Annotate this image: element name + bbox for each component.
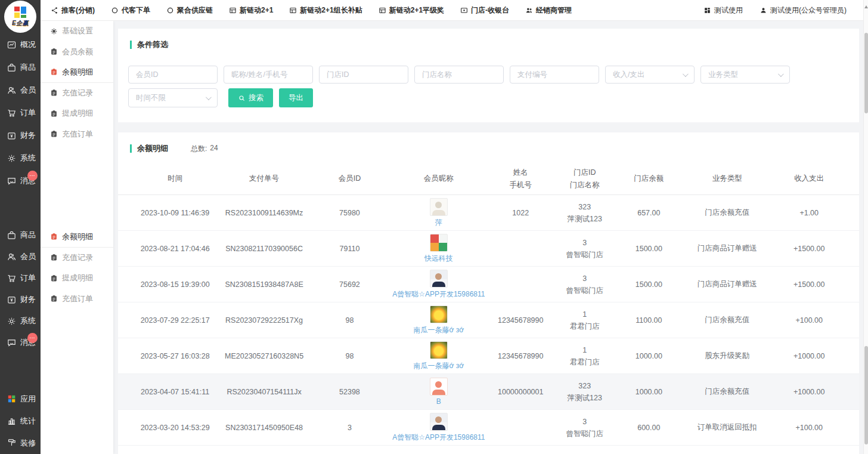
submenu-item[interactable]: 充值记录 (41, 248, 113, 268)
submenu-item[interactable]: 余额明细 (41, 62, 113, 83)
member-nickname-link[interactable]: 快远科技 (424, 254, 453, 264)
top-nav-item[interactable]: 代客下单 (111, 5, 150, 16)
filter-input[interactable] (510, 66, 599, 84)
sidebar-item[interactable]: 消息 ... (0, 332, 41, 353)
cell-name-phone: 12345678990 (488, 352, 553, 360)
sidebar-item[interactable]: 会员 (0, 79, 41, 101)
filter-input[interactable] (224, 66, 313, 84)
select-value: 业务类型 (708, 70, 738, 80)
member-nickname-link[interactable]: 南瓜一条藤ớ зớ (414, 361, 464, 371)
member-nickname-link[interactable]: A曾智聪☆APP开发15986811 (392, 289, 485, 299)
sidebar-item[interactable]: 商品 (0, 56, 41, 79)
submenu-item[interactable]: 提成明细 (41, 268, 113, 289)
top-nav-item[interactable]: 聚合供应链 (166, 5, 213, 16)
search-icon (238, 94, 246, 102)
sidebar-item[interactable]: 商品 (0, 224, 41, 246)
sidebar-label: 系统 (20, 316, 36, 326)
member-nickname-link[interactable]: A曾智聪☆APP开发15986811 (392, 433, 485, 443)
scrollbar-thumb[interactable] (864, 33, 868, 113)
submenu-item[interactable]: 充值订单 (41, 124, 113, 145)
filter-select[interactable]: 收入/支出 (605, 66, 695, 84)
filter-title: 条件筛选 (137, 39, 168, 50)
cell-member-id: 75692 (311, 280, 389, 289)
doc-icon (50, 233, 58, 240)
search-button[interactable]: 搜索 (228, 88, 273, 107)
sidebar-item[interactable]: 概况 (0, 33, 41, 56)
logo[interactable]: E企赢 (4, 1, 36, 33)
filter-input[interactable] (319, 66, 408, 84)
cell-amount: +1500.00 (773, 280, 845, 289)
submenu-item[interactable]: 充值记录 (41, 83, 113, 104)
cell-member-id: 3 (311, 424, 389, 432)
sidebar-item[interactable]: 系统 (0, 310, 41, 332)
top-nav-item[interactable]: 测试使用 (703, 5, 743, 16)
cell-store-balance: 1500.00 (617, 280, 681, 289)
scroll-up-arrow-icon[interactable] (864, 5, 868, 8)
balance-detail-card: 余额明细 总数: 24 时间支付单号会员ID会员昵称姓名 手机号门店ID 门店名… (118, 132, 859, 454)
submenu-item[interactable]: 会员余额 (41, 42, 113, 63)
submenu-item[interactable]: 基础设置 (41, 21, 113, 42)
table-row: 3 (118, 446, 859, 454)
filter-select[interactable]: 业务类型 (700, 66, 790, 84)
cell-biz-type: 门店余额充值 (681, 315, 773, 325)
sidebar-item[interactable]: 应用 (0, 388, 41, 410)
store-name: 君君门店 (553, 320, 617, 332)
sidebar-item[interactable]: 订单 (0, 267, 41, 289)
member-avatar (430, 305, 448, 323)
top-nav-item[interactable]: 新链动2+1平级奖 (379, 5, 444, 16)
table-row: 2023-05-27 16:03:28 ME20230527160328N5 9… (118, 338, 859, 374)
table-row: 2023-03-20 14:53:29 SN2303171450950E48 3… (118, 410, 859, 446)
cell-member-id: 98 (311, 352, 389, 360)
submenu-label: 基础设置 (62, 26, 93, 36)
top-nav-item[interactable]: 门店-收银台 (460, 5, 509, 16)
submenu-label: 充值订单 (62, 294, 93, 304)
store-id: 1 (553, 344, 617, 356)
filter-input[interactable] (128, 66, 218, 84)
cell-amount: +1500.00 (773, 245, 845, 253)
cell-name-phone: 10000000001 (488, 388, 553, 396)
nav-label: 经销商管理 (536, 5, 572, 16)
top-nav-item[interactable]: 新链动2+1 (229, 5, 273, 16)
sidebar-label: 会员 (20, 85, 36, 95)
scrollbar-thumb[interactable] (864, 346, 868, 444)
share-icon (51, 7, 58, 14)
cell-amount: +100.00 (773, 316, 845, 325)
export-button[interactable]: 导出 (279, 88, 313, 107)
sidebar-item[interactable]: 装修 (0, 432, 41, 454)
sidebar-item[interactable]: 系统 (0, 147, 41, 169)
cell-store: 3 曾智聪门店 (553, 237, 617, 261)
sidebar-item[interactable]: 会员 (0, 246, 41, 267)
cell-time: 2023-08-15 19:39:00 (132, 280, 218, 289)
column-header: 门店余额 (617, 172, 681, 185)
doc-icon (50, 295, 58, 302)
submenu-item[interactable]: 提成明细 (41, 103, 113, 124)
store-id: 3 (553, 273, 617, 285)
goods-icon (7, 63, 17, 73)
top-nav-item[interactable]: 推客(分销) (51, 5, 95, 16)
sidebar-item[interactable]: 财务 (0, 124, 41, 147)
sidebar-item[interactable]: 订单 (0, 101, 41, 124)
total-count: 总数: 24 (191, 144, 218, 154)
top-nav-item[interactable]: 经销商管理 (525, 5, 572, 16)
member-nickname-link[interactable]: B (436, 397, 441, 406)
sidebar-item[interactable]: 统计 (0, 410, 41, 432)
page-scrollbar[interactable] (863, 0, 868, 454)
chevron-down-icon (206, 94, 212, 100)
top-nav-item[interactable]: 测试使用(公众号管理员) (760, 5, 847, 16)
cell-store-balance: 1000.00 (617, 388, 681, 396)
chevron-down-icon (683, 71, 689, 77)
time-range-select[interactable]: 时间不限 (128, 88, 218, 107)
submenu-item[interactable]: 充值订单 (41, 289, 113, 310)
doc-icon (50, 110, 58, 118)
filter-row-2: 时间不限 搜索 导出 (118, 84, 859, 107)
sidebar-item[interactable]: 财务 (0, 289, 41, 310)
top-nav-item[interactable]: 新链动2+1组长补贴 (289, 5, 362, 16)
sidebar-item[interactable]: 消息 ... (0, 169, 41, 192)
submenu-item[interactable]: 余额明细 (41, 227, 113, 248)
goods-icon (7, 230, 17, 240)
filter-input[interactable] (414, 66, 504, 84)
member-nickname-link[interactable]: 萍 (435, 218, 442, 228)
member-nickname-link[interactable]: 南瓜一条藤ớ зớ (414, 325, 464, 335)
cell-biz-type: 门店余额充值 (681, 208, 773, 218)
cell-member: A曾智聪☆APP开发15986811 (389, 413, 488, 443)
